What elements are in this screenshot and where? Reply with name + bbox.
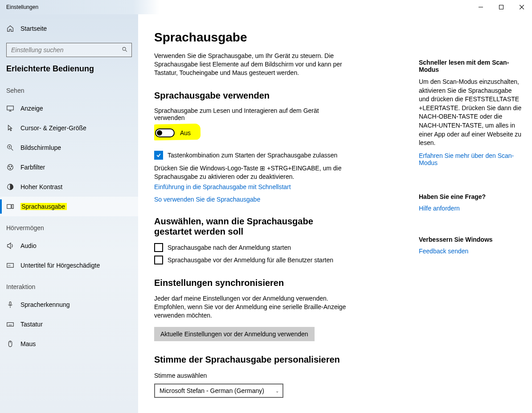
aside-scan-link[interactable]: Erfahren Sie mehr über den Scan-Modus xyxy=(419,152,523,166)
mouse-icon xyxy=(6,340,20,348)
nav-label: Anzeige xyxy=(20,105,43,112)
group-label-interaktion: Interaktion xyxy=(0,275,138,295)
titlebar: Einstellungen xyxy=(0,0,532,14)
nav-label: Bildschirmlupe xyxy=(20,144,61,151)
keyboard-icon xyxy=(6,320,20,328)
home-icon xyxy=(6,25,20,33)
narrator-toggle[interactable] xyxy=(155,128,175,137)
close-button[interactable] xyxy=(512,0,532,14)
checkbox-before-login-label: Sprachausgabe vor der Anmeldung für alle… xyxy=(168,256,333,264)
intro-text: Verwenden Sie die Sprachausgabe, um Ihr … xyxy=(154,52,355,77)
section-use-heading: Sprachausgabe verwenden xyxy=(154,91,395,101)
link-howto[interactable]: So verwenden Sie die Sprachausgabe xyxy=(154,196,395,203)
svg-point-13 xyxy=(8,165,13,170)
nav-kontrast[interactable]: Hoher Kontrast xyxy=(0,177,138,197)
sidebar: Startseite Erleichterte Bedienung Sehen … xyxy=(0,14,138,413)
search-icon xyxy=(122,46,128,54)
section-title: Erleichterte Bedienung xyxy=(0,64,138,79)
nav-sprachausgabe[interactable]: Sprachausgabe xyxy=(0,197,138,216)
monitor-icon xyxy=(6,104,20,112)
nav-label: Untertitel für Hörgeschädigte xyxy=(20,262,100,269)
section-sync-heading: Einstellungen synchronisieren xyxy=(154,278,395,288)
checkbox-shortcut-label: Tastenkombination zum Starten der Sprach… xyxy=(168,152,337,159)
section-when-heading: Auswählen, wann die Sprachausgabe gestar… xyxy=(154,216,341,237)
nav-tastatur[interactable]: Tastatur xyxy=(0,314,138,334)
maximize-button[interactable] xyxy=(491,0,512,14)
nav-farbfilter[interactable]: Farbfilter xyxy=(0,157,138,177)
svg-point-14 xyxy=(8,166,9,167)
aside-question-heading: Haben Sie eine Frage? xyxy=(419,193,523,200)
shortcut-desc: Drücken Sie die Windows-Logo-Taste ⊞ +ST… xyxy=(154,164,355,181)
nav-label: Farbfilter xyxy=(20,164,45,171)
svg-rect-19 xyxy=(12,205,14,209)
cursor-icon xyxy=(6,124,20,132)
nav-label: Hoher Kontrast xyxy=(20,183,62,190)
svg-rect-22 xyxy=(9,302,11,305)
page-title: Sprachausgabe xyxy=(154,30,395,45)
svg-text:cc: cc xyxy=(8,264,11,267)
svg-rect-6 xyxy=(7,106,13,110)
sync-button[interactable]: Aktuelle Einstellungen vor der Anmeldung… xyxy=(154,327,315,341)
checkbox-before-login[interactable] xyxy=(154,256,163,264)
aside-feedback-link[interactable]: Feedback senden xyxy=(419,248,523,255)
toggle-label: Sprachausgabe zum Lesen und Interagieren… xyxy=(154,107,341,121)
aside-improve-heading: Verbessern Sie Windows xyxy=(419,236,523,243)
search-input[interactable] xyxy=(11,46,122,54)
nav-label: Sprachausgabe xyxy=(20,203,67,210)
section-voice-heading: Stimme der Sprachausgabe personalisieren xyxy=(154,355,395,365)
aside-help-link[interactable]: Hilfe anfordern xyxy=(419,205,523,212)
nav-maus[interactable]: Maus xyxy=(0,334,138,354)
mic-icon xyxy=(6,301,20,309)
contrast-icon xyxy=(6,183,20,191)
nav-untertitel[interactable]: cc Untertitel für Hörgeschädigte xyxy=(0,256,138,275)
nav-spracherkennung[interactable]: Spracherkennung xyxy=(0,295,138,314)
sync-desc: Jeder darf meine Einstellungen vor der A… xyxy=(154,294,355,320)
main: Sprachausgabe Verwenden Sie die Sprachau… xyxy=(138,14,532,413)
voice-select[interactable]: Microsoft Stefan - German (Germany) ⌄ xyxy=(154,384,283,398)
aside-scan-heading: Schneller lesen mit dem Scan-Modus xyxy=(419,59,523,73)
toggle-highlight: Aus xyxy=(154,127,195,139)
palette-icon xyxy=(6,163,20,171)
nav-bildschirmlupe[interactable]: Bildschirmlupe xyxy=(0,138,138,157)
window-title: Einstellungen xyxy=(6,4,38,10)
voice-select-label: Stimme auswählen xyxy=(154,372,395,379)
svg-point-16 xyxy=(10,168,11,169)
nav-label: Cursor- & Zeiger-Größe xyxy=(20,124,86,132)
link-quickstart[interactable]: Einführung in die Sprachausgabe mit Schn… xyxy=(154,183,395,190)
svg-point-4 xyxy=(123,47,126,50)
nav-label: Tastatur xyxy=(20,321,43,328)
svg-rect-1 xyxy=(499,5,503,9)
nav-label: Maus xyxy=(20,340,36,347)
nav-label: Audio xyxy=(20,242,37,249)
window-controls xyxy=(471,0,532,14)
chevron-down-icon: ⌄ xyxy=(275,388,279,393)
voice-select-value: Microsoft Stefan - German (Germany) xyxy=(160,387,264,394)
checkbox-after-login[interactable] xyxy=(154,243,163,252)
svg-line-10 xyxy=(11,149,13,151)
checkbox-after-login-label: Sprachausgabe nach der Anmeldung starten xyxy=(168,244,291,251)
svg-point-15 xyxy=(11,166,12,167)
toggle-state: Aus xyxy=(180,129,191,136)
minimize-button[interactable] xyxy=(471,0,491,14)
svg-rect-24 xyxy=(7,322,13,326)
search-box[interactable] xyxy=(6,43,132,57)
checkbox-shortcut[interactable] xyxy=(154,151,163,160)
nav-anzeige[interactable]: Anzeige xyxy=(0,99,138,118)
svg-line-5 xyxy=(125,50,127,52)
aside: Schneller lesen mit dem Scan-Modus Um de… xyxy=(395,30,532,413)
magnifier-icon xyxy=(6,144,20,152)
cc-icon: cc xyxy=(6,261,20,269)
nav-label: Spracherkennung xyxy=(20,301,70,308)
nav-audio[interactable]: Audio xyxy=(0,236,138,256)
aside-scan-body: Um den Scan-Modus einzuschalten, aktivie… xyxy=(419,78,523,148)
group-label-hoervermoegen: Hörvermögen xyxy=(0,216,138,236)
narrator-icon xyxy=(6,202,20,211)
home-item[interactable]: Startseite xyxy=(0,19,138,38)
home-label: Startseite xyxy=(20,25,47,32)
group-label-sehen: Sehen xyxy=(0,79,138,99)
audio-icon xyxy=(6,242,20,250)
nav-cursor[interactable]: Cursor- & Zeiger-Größe xyxy=(0,118,138,138)
svg-rect-18 xyxy=(7,205,11,209)
